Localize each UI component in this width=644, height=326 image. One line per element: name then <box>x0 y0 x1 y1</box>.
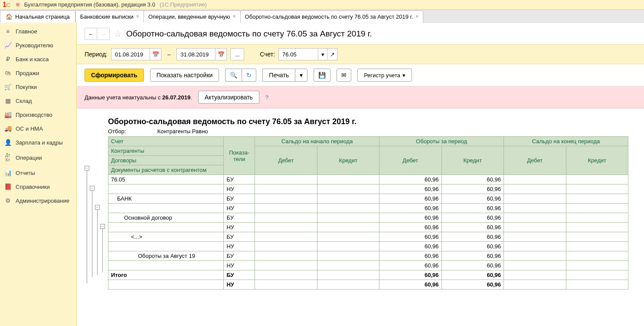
tree-toggle[interactable]: − <box>95 205 100 210</box>
cell <box>566 223 628 232</box>
row-ind: БУ <box>224 175 255 184</box>
cell <box>504 280 566 290</box>
sidebar-label: Продажи <box>16 70 39 76</box>
print-button[interactable]: Печать <box>262 69 295 82</box>
close-icon[interactable]: × <box>233 13 236 20</box>
calendar-icon[interactable]: 📅 <box>215 49 226 60</box>
hdr-debit: Дебет <box>255 146 317 175</box>
table-row[interactable]: НУ60,9660,96 <box>108 280 628 290</box>
cell: 60,96 <box>441 204 503 213</box>
cell <box>504 270 566 280</box>
register-button[interactable]: Регистр учета▾ <box>357 69 412 82</box>
tree-toggle[interactable]: − <box>85 166 89 171</box>
tab-bank[interactable]: Банковские выписки× <box>75 10 144 23</box>
cell <box>255 194 317 204</box>
date-to-input[interactable] <box>177 49 215 60</box>
row-ind: БУ <box>224 251 255 261</box>
tab-operations[interactable]: Операции, введенные вручную× <box>144 10 241 23</box>
hdr-end: Сальдо на конец периода <box>504 137 628 146</box>
row-ind: НУ <box>224 261 255 270</box>
cell <box>255 270 317 280</box>
print-dd[interactable]: ▾ <box>295 69 307 82</box>
table-row[interactable]: <...>БУ60,9660,96 <box>108 232 628 242</box>
sidebar-item-warehouse[interactable]: ▦Склад <box>0 94 76 108</box>
save-button[interactable]: 💾 <box>314 69 330 82</box>
row-name: Основной договор <box>108 213 224 223</box>
sidebar-item-salary[interactable]: 👤Зарплата и кадры <box>0 135 76 149</box>
tab-home[interactable]: 🏠 Начальная страница <box>0 10 75 23</box>
cell: 60,96 <box>441 232 503 242</box>
sidebar-item-purchases[interactable]: 🛒Покупки <box>0 80 76 94</box>
sidebar-label: Производство <box>16 112 52 118</box>
table-row[interactable]: НУ60,9660,96 <box>108 184 628 194</box>
period-picker-button[interactable]: ... <box>230 48 244 60</box>
sidebar-label: Банк и касса <box>16 56 49 63</box>
chevron-down-icon[interactable]: ▾ <box>318 49 327 60</box>
tree-toggle[interactable]: − <box>100 224 105 229</box>
row-ind: БУ <box>224 270 255 280</box>
report-body: Оборотно-сальдовая ведомость по счету 76… <box>108 109 637 298</box>
burger-icon[interactable]: ≡ <box>16 1 20 9</box>
forward-button[interactable]: → <box>97 28 109 40</box>
account-input[interactable] <box>279 49 318 60</box>
tree-toggle[interactable]: − <box>90 186 95 191</box>
sidebar: ≡Главное 📈Руководителю ₽Банк и касса 🛍Пр… <box>0 23 77 326</box>
sidebar-item-operations[interactable]: Дт КтОперации <box>0 149 76 166</box>
cell: 60,96 <box>379 270 441 280</box>
cell <box>566 184 628 194</box>
back-button[interactable]: ← <box>85 28 97 40</box>
row-name: Итого <box>108 270 224 280</box>
help-icon[interactable]: ? <box>265 94 268 101</box>
sidebar-label: Операции <box>16 155 42 161</box>
table-row[interactable]: НУ60,9660,96 <box>108 223 628 232</box>
favorite-icon[interactable]: ☆ <box>114 29 122 39</box>
calendar-icon[interactable]: 📅 <box>150 49 161 60</box>
sidebar-item-admin[interactable]: ⚙Администрирование <box>0 194 76 207</box>
sidebar-item-assets[interactable]: 🚚ОС и НМА <box>0 122 76 135</box>
hdr-contragents: Контрагенты <box>108 146 224 156</box>
sidebar-item-production[interactable]: 🏭Производство <box>0 108 76 122</box>
hdr-docs: Документы расчетов с контрагентом <box>108 165 224 175</box>
sidebar-item-sales[interactable]: 🛍Продажи <box>0 66 76 80</box>
close-icon[interactable]: × <box>136 13 139 20</box>
close-icon[interactable]: × <box>415 13 418 20</box>
report-filter: Отбор: Контрагенты Равно <box>108 128 628 135</box>
sidebar-label: Склад <box>16 98 32 104</box>
settings-button[interactable]: Показать настройки <box>150 69 219 82</box>
sidebar-item-bank[interactable]: ₽Банк и касса <box>0 52 76 66</box>
refresh-button[interactable]: ↻ <box>242 69 256 82</box>
find-button[interactable]: 🔍 <box>225 69 242 82</box>
date-from-input[interactable] <box>111 49 150 60</box>
sidebar-item-reports[interactable]: 📊Отчеты <box>0 166 76 180</box>
table-row[interactable]: НУ60,9660,96 <box>108 261 628 270</box>
table-row[interactable]: НУ60,9660,96 <box>108 204 628 213</box>
table-row[interactable]: НУ60,9660,96 <box>108 242 628 251</box>
row-name <box>108 204 224 213</box>
sidebar-item-manager[interactable]: 📈Руководителю <box>0 38 76 52</box>
cell <box>255 223 317 232</box>
table-row[interactable]: ИтогоБУ60,9660,96 <box>108 270 628 280</box>
cell <box>566 175 628 184</box>
sidebar-item-main[interactable]: ≡Главное <box>0 24 76 38</box>
cell <box>255 232 317 242</box>
row-ind: НУ <box>224 204 255 213</box>
email-button[interactable]: ✉ <box>337 69 351 82</box>
hdr-turnover: Обороты за период <box>379 137 504 146</box>
open-icon[interactable]: ↗ <box>327 49 337 60</box>
operations-icon: Дт Кт <box>4 153 11 162</box>
form-button[interactable]: Сформировать <box>85 69 144 82</box>
table-row[interactable]: БАНКБУ60,9660,96 <box>108 194 628 204</box>
params-bar: Период: 📅 – 📅 ... Счет: ▾ ↗ <box>77 44 644 64</box>
tab-report[interactable]: Оборотно-сальдовая ведомость по счету 76… <box>240 10 424 23</box>
chart-icon: 📈 <box>4 42 11 49</box>
table-row[interactable]: Основной договорБУ60,9660,96 <box>108 213 628 223</box>
table-row[interactable]: Обороты за Август 19БУ60,9660,96 <box>108 251 628 261</box>
account-label: Счет: <box>260 51 275 58</box>
table-row[interactable]: 76.05БУ60,9660,96 <box>108 175 628 184</box>
cell: 60,96 <box>379 280 441 290</box>
actualize-button[interactable]: Актуализировать <box>198 91 259 104</box>
cell <box>317 194 379 204</box>
cell <box>566 251 628 261</box>
sidebar-item-refs[interactable]: 📕Справочники <box>0 180 76 194</box>
tabs-bar: 🏠 Начальная страница Банковские выписки×… <box>0 10 644 23</box>
